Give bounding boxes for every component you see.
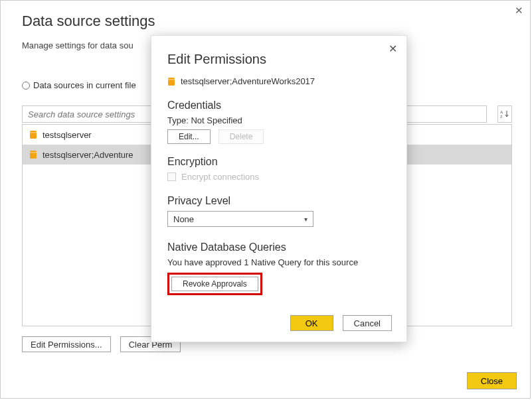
svg-rect-2 [30, 131, 37, 139]
privacy-level-select[interactable]: None ▾ [167, 211, 313, 227]
svg-rect-3 [30, 132, 37, 133]
svg-rect-4 [30, 151, 37, 159]
cancel-button[interactable]: Cancel [343, 315, 392, 331]
encrypt-checkbox [167, 172, 176, 181]
edit-permissions-button[interactable]: Edit Permissions... [22, 336, 111, 352]
credentials-type-label: Type: Not Specified [167, 115, 391, 125]
window-frame: ✕ Data source settings Manage settings f… [0, 0, 531, 399]
database-icon [29, 150, 37, 159]
dialog-source-label: testsqlserver;AdventureWorks2017 [181, 76, 315, 86]
svg-rect-7 [168, 79, 175, 80]
dialog-source-row: testsqlserver;AdventureWorks2017 [167, 76, 391, 86]
svg-text:Z: Z [500, 115, 503, 119]
chevron-down-icon: ▾ [304, 216, 308, 223]
native-queries-status: You have approved 1 Native Query for thi… [167, 257, 391, 267]
revoke-highlight: Revoke Approvals [167, 273, 262, 295]
scope-current-file-radio[interactable]: Data sources in current file [22, 80, 136, 90]
sort-az-icon: A Z [500, 109, 509, 119]
revoke-approvals-button[interactable]: Revoke Approvals [171, 277, 258, 291]
scope-current-file-label: Data sources in current file [33, 80, 136, 90]
native-queries-heading: Native Database Queries [167, 241, 391, 253]
database-icon [29, 130, 37, 139]
credentials-delete-button: Delete [219, 129, 264, 144]
svg-text:A: A [500, 110, 503, 114]
data-source-label: testsqlserver [43, 130, 92, 140]
encrypt-label: Encrypt connections [181, 172, 259, 182]
page-title: Data source settings [22, 13, 155, 30]
radio-icon [22, 82, 30, 90]
dialog-title: Edit Permissions [167, 52, 391, 67]
credentials-edit-button[interactable]: Edit... [167, 129, 211, 144]
svg-rect-5 [30, 152, 37, 153]
credentials-heading: Credentials [167, 100, 391, 111]
encryption-heading: Encryption [167, 156, 391, 168]
privacy-level-value: None [173, 214, 194, 224]
ok-button[interactable]: OK [290, 315, 333, 331]
svg-rect-6 [168, 78, 175, 86]
window-close-icon[interactable]: ✕ [515, 5, 523, 17]
privacy-heading: Privacy Level [167, 195, 391, 207]
page-subtitle: Manage settings for data sou [22, 40, 133, 50]
sort-button[interactable]: A Z [497, 105, 512, 123]
dialog-close-icon[interactable]: ✕ [389, 42, 397, 55]
close-button[interactable]: Close [467, 372, 517, 389]
edit-permissions-dialog: ✕ Edit Permissions testsqlserver;Adventu… [151, 35, 407, 342]
data-source-label: testsqlserver;Adventure [43, 150, 133, 160]
database-icon [167, 77, 175, 86]
